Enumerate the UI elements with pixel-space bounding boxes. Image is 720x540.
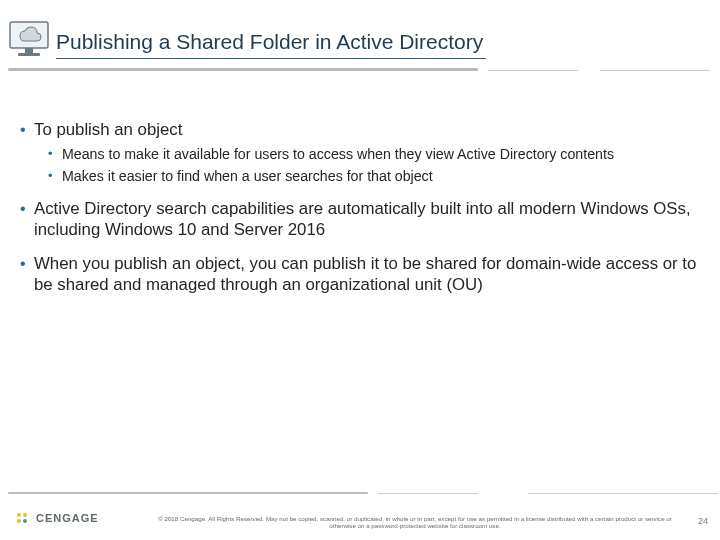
slide-footer: CENGAGE © 2018 Cengage. All Rights Reser… [0,492,720,540]
sub-bullet-text: Makes it easier to find when a user sear… [62,168,433,184]
sub-bullet-text: Means to make it available for users to … [62,146,614,162]
svg-point-3 [17,513,21,517]
svg-point-4 [23,513,27,517]
footer-divider [8,492,712,496]
brand-logo: CENGAGE [14,510,99,526]
brand-mark-icon [14,510,30,526]
bullet-item: To publish an object Means to make it av… [20,120,698,185]
bullet-item: Active Directory search capabilities are… [20,199,698,240]
cloud-monitor-icon [8,18,50,60]
sub-bullet-item: Makes it easier to find when a user sear… [34,168,698,185]
sub-bullet-item: Means to make it available for users to … [34,146,698,163]
svg-point-6 [23,519,27,523]
slide-content: To publish an object Means to make it av… [20,120,698,309]
bullet-text: Active Directory search capabilities are… [34,199,691,238]
copyright-text: © 2018 Cengage. All Rights Reserved. May… [150,515,680,531]
title-underline [56,58,486,59]
page-number: 24 [698,516,708,526]
svg-rect-2 [18,53,40,56]
brand-name: CENGAGE [36,512,99,524]
bullet-text: When you publish an object, you can publ… [34,254,696,293]
slide-header: Publishing a Shared Folder in Active Dir… [0,0,720,66]
svg-point-5 [17,519,21,523]
bullet-item: When you publish an object, you can publ… [20,254,698,295]
slide: Publishing a Shared Folder in Active Dir… [0,0,720,540]
slide-title: Publishing a Shared Folder in Active Dir… [56,30,483,54]
bullet-text: To publish an object [34,120,182,139]
svg-rect-1 [25,48,33,53]
header-divider [0,68,720,74]
